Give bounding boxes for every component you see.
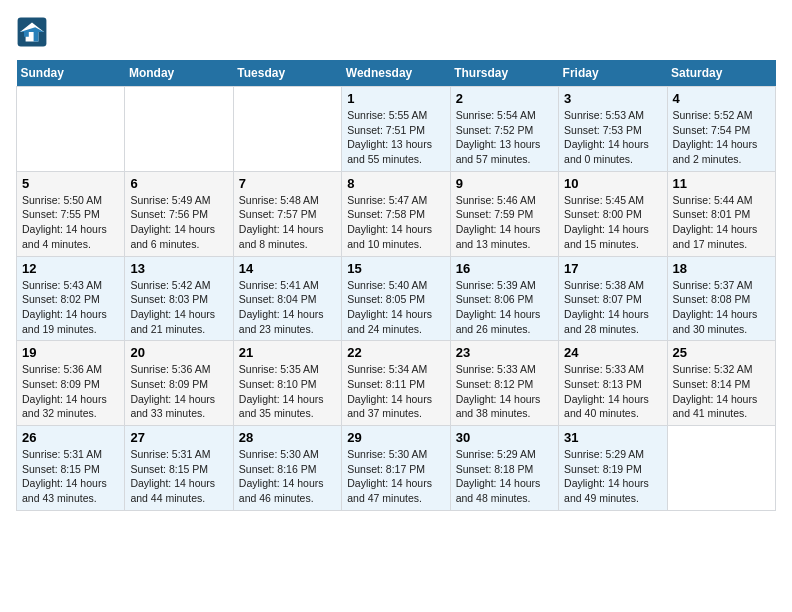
day-info: Sunrise: 5:44 AMSunset: 8:01 PMDaylight:…	[673, 193, 770, 252]
calendar-cell: 18Sunrise: 5:37 AMSunset: 8:08 PMDayligh…	[667, 256, 775, 341]
weekday-header: Wednesday	[342, 60, 450, 87]
calendar-cell	[233, 87, 341, 172]
day-number: 13	[130, 261, 227, 276]
day-info: Sunrise: 5:53 AMSunset: 7:53 PMDaylight:…	[564, 108, 661, 167]
day-number: 20	[130, 345, 227, 360]
calendar-cell	[667, 426, 775, 511]
day-info: Sunrise: 5:38 AMSunset: 8:07 PMDaylight:…	[564, 278, 661, 337]
calendar-cell: 20Sunrise: 5:36 AMSunset: 8:09 PMDayligh…	[125, 341, 233, 426]
calendar-cell: 14Sunrise: 5:41 AMSunset: 8:04 PMDayligh…	[233, 256, 341, 341]
calendar-cell: 28Sunrise: 5:30 AMSunset: 8:16 PMDayligh…	[233, 426, 341, 511]
day-info: Sunrise: 5:33 AMSunset: 8:13 PMDaylight:…	[564, 362, 661, 421]
day-number: 22	[347, 345, 444, 360]
calendar-cell: 8Sunrise: 5:47 AMSunset: 7:58 PMDaylight…	[342, 171, 450, 256]
day-info: Sunrise: 5:47 AMSunset: 7:58 PMDaylight:…	[347, 193, 444, 252]
day-number: 21	[239, 345, 336, 360]
weekday-header: Sunday	[17, 60, 125, 87]
day-number: 1	[347, 91, 444, 106]
day-info: Sunrise: 5:49 AMSunset: 7:56 PMDaylight:…	[130, 193, 227, 252]
day-info: Sunrise: 5:29 AMSunset: 8:19 PMDaylight:…	[564, 447, 661, 506]
day-number: 26	[22, 430, 119, 445]
day-number: 28	[239, 430, 336, 445]
day-number: 15	[347, 261, 444, 276]
weekday-header: Monday	[125, 60, 233, 87]
calendar-cell: 19Sunrise: 5:36 AMSunset: 8:09 PMDayligh…	[17, 341, 125, 426]
day-info: Sunrise: 5:33 AMSunset: 8:12 PMDaylight:…	[456, 362, 553, 421]
day-info: Sunrise: 5:31 AMSunset: 8:15 PMDaylight:…	[22, 447, 119, 506]
calendar-cell: 25Sunrise: 5:32 AMSunset: 8:14 PMDayligh…	[667, 341, 775, 426]
day-number: 14	[239, 261, 336, 276]
day-number: 6	[130, 176, 227, 191]
day-info: Sunrise: 5:41 AMSunset: 8:04 PMDaylight:…	[239, 278, 336, 337]
day-number: 8	[347, 176, 444, 191]
day-info: Sunrise: 5:30 AMSunset: 8:17 PMDaylight:…	[347, 447, 444, 506]
calendar-cell: 10Sunrise: 5:45 AMSunset: 8:00 PMDayligh…	[559, 171, 667, 256]
day-number: 7	[239, 176, 336, 191]
day-number: 2	[456, 91, 553, 106]
calendar-cell: 3Sunrise: 5:53 AMSunset: 7:53 PMDaylight…	[559, 87, 667, 172]
day-info: Sunrise: 5:36 AMSunset: 8:09 PMDaylight:…	[130, 362, 227, 421]
day-info: Sunrise: 5:46 AMSunset: 7:59 PMDaylight:…	[456, 193, 553, 252]
day-info: Sunrise: 5:52 AMSunset: 7:54 PMDaylight:…	[673, 108, 770, 167]
calendar-table: SundayMondayTuesdayWednesdayThursdayFrid…	[16, 60, 776, 511]
calendar-cell	[17, 87, 125, 172]
day-number: 19	[22, 345, 119, 360]
day-info: Sunrise: 5:34 AMSunset: 8:11 PMDaylight:…	[347, 362, 444, 421]
day-number: 27	[130, 430, 227, 445]
day-info: Sunrise: 5:32 AMSunset: 8:14 PMDaylight:…	[673, 362, 770, 421]
calendar-cell	[125, 87, 233, 172]
calendar-week-row: 26Sunrise: 5:31 AMSunset: 8:15 PMDayligh…	[17, 426, 776, 511]
day-info: Sunrise: 5:29 AMSunset: 8:18 PMDaylight:…	[456, 447, 553, 506]
day-info: Sunrise: 5:30 AMSunset: 8:16 PMDaylight:…	[239, 447, 336, 506]
calendar-cell: 12Sunrise: 5:43 AMSunset: 8:02 PMDayligh…	[17, 256, 125, 341]
calendar-cell: 27Sunrise: 5:31 AMSunset: 8:15 PMDayligh…	[125, 426, 233, 511]
calendar-cell: 31Sunrise: 5:29 AMSunset: 8:19 PMDayligh…	[559, 426, 667, 511]
day-number: 9	[456, 176, 553, 191]
page-header	[16, 16, 776, 48]
day-info: Sunrise: 5:36 AMSunset: 8:09 PMDaylight:…	[22, 362, 119, 421]
calendar-cell: 16Sunrise: 5:39 AMSunset: 8:06 PMDayligh…	[450, 256, 558, 341]
calendar-cell: 30Sunrise: 5:29 AMSunset: 8:18 PMDayligh…	[450, 426, 558, 511]
day-number: 31	[564, 430, 661, 445]
day-info: Sunrise: 5:45 AMSunset: 8:00 PMDaylight:…	[564, 193, 661, 252]
calendar-cell: 13Sunrise: 5:42 AMSunset: 8:03 PMDayligh…	[125, 256, 233, 341]
day-info: Sunrise: 5:54 AMSunset: 7:52 PMDaylight:…	[456, 108, 553, 167]
calendar-cell: 26Sunrise: 5:31 AMSunset: 8:15 PMDayligh…	[17, 426, 125, 511]
calendar-cell: 4Sunrise: 5:52 AMSunset: 7:54 PMDaylight…	[667, 87, 775, 172]
day-number: 10	[564, 176, 661, 191]
calendar-cell: 9Sunrise: 5:46 AMSunset: 7:59 PMDaylight…	[450, 171, 558, 256]
weekday-header: Thursday	[450, 60, 558, 87]
calendar-cell: 21Sunrise: 5:35 AMSunset: 8:10 PMDayligh…	[233, 341, 341, 426]
calendar-cell: 11Sunrise: 5:44 AMSunset: 8:01 PMDayligh…	[667, 171, 775, 256]
calendar-cell: 24Sunrise: 5:33 AMSunset: 8:13 PMDayligh…	[559, 341, 667, 426]
day-number: 23	[456, 345, 553, 360]
calendar-cell: 17Sunrise: 5:38 AMSunset: 8:07 PMDayligh…	[559, 256, 667, 341]
calendar-cell: 23Sunrise: 5:33 AMSunset: 8:12 PMDayligh…	[450, 341, 558, 426]
calendar-week-row: 5Sunrise: 5:50 AMSunset: 7:55 PMDaylight…	[17, 171, 776, 256]
weekday-header: Saturday	[667, 60, 775, 87]
logo	[16, 16, 52, 48]
day-number: 24	[564, 345, 661, 360]
day-number: 5	[22, 176, 119, 191]
day-info: Sunrise: 5:39 AMSunset: 8:06 PMDaylight:…	[456, 278, 553, 337]
calendar-cell: 5Sunrise: 5:50 AMSunset: 7:55 PMDaylight…	[17, 171, 125, 256]
calendar-cell: 22Sunrise: 5:34 AMSunset: 8:11 PMDayligh…	[342, 341, 450, 426]
day-number: 30	[456, 430, 553, 445]
day-number: 18	[673, 261, 770, 276]
day-number: 4	[673, 91, 770, 106]
day-number: 11	[673, 176, 770, 191]
day-number: 12	[22, 261, 119, 276]
day-info: Sunrise: 5:35 AMSunset: 8:10 PMDaylight:…	[239, 362, 336, 421]
weekday-header: Tuesday	[233, 60, 341, 87]
calendar-week-row: 1Sunrise: 5:55 AMSunset: 7:51 PMDaylight…	[17, 87, 776, 172]
day-number: 3	[564, 91, 661, 106]
day-info: Sunrise: 5:55 AMSunset: 7:51 PMDaylight:…	[347, 108, 444, 167]
day-number: 17	[564, 261, 661, 276]
weekday-header: Friday	[559, 60, 667, 87]
calendar-week-row: 19Sunrise: 5:36 AMSunset: 8:09 PMDayligh…	[17, 341, 776, 426]
calendar-cell: 2Sunrise: 5:54 AMSunset: 7:52 PMDaylight…	[450, 87, 558, 172]
day-info: Sunrise: 5:37 AMSunset: 8:08 PMDaylight:…	[673, 278, 770, 337]
day-info: Sunrise: 5:50 AMSunset: 7:55 PMDaylight:…	[22, 193, 119, 252]
calendar-cell: 29Sunrise: 5:30 AMSunset: 8:17 PMDayligh…	[342, 426, 450, 511]
day-number: 25	[673, 345, 770, 360]
